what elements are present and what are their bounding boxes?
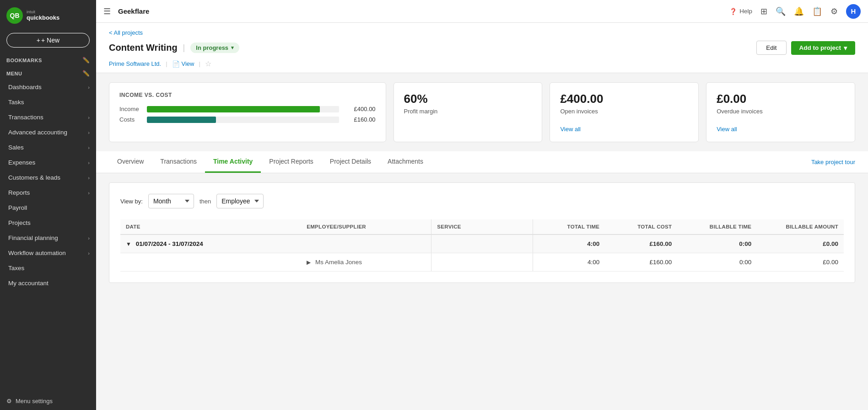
project-title-right: Edit Add to project ▾: [756, 41, 855, 55]
chevron-right-icon: ›: [88, 115, 90, 120]
cost-bar-container: [147, 117, 339, 123]
content-area: < All projects Content Writing | In prog…: [96, 23, 868, 410]
expand-icon[interactable]: ▶: [307, 259, 311, 266]
chevron-right-icon: ›: [88, 145, 90, 150]
cell-total-cost: £160.00: [605, 253, 677, 272]
overdue-invoices-label: Overdue invoices: [717, 108, 845, 115]
cell-billable-time: 0:00: [677, 234, 757, 253]
document-icon: 📄: [172, 60, 180, 68]
hamburger-icon[interactable]: ☰: [103, 6, 111, 16]
company-name: Geekflare: [118, 7, 724, 15]
take-project-tour-link[interactable]: Take project tour: [811, 159, 855, 165]
sidebar-item-expenses[interactable]: Expenses ›: [0, 155, 96, 170]
project-title-left: Content Writing | In progress ▾: [109, 43, 239, 53]
menu-settings[interactable]: ⚙ Menu settings: [0, 392, 96, 410]
tab-attachments[interactable]: Attachments: [379, 151, 431, 173]
bookmarks-section-header[interactable]: BOOKMARKS ✏️: [0, 53, 96, 66]
project-status-badge[interactable]: In progress ▾: [190, 43, 239, 53]
sidebar-item-workflow-automation[interactable]: Workflow automation ›: [0, 245, 96, 261]
quickbooks-logo-text: intuit quickbooks: [27, 10, 59, 21]
tab-time-activity[interactable]: Time Activity: [205, 151, 261, 173]
cell-employee-supplier: [301, 234, 431, 253]
user-avatar[interactable]: H: [846, 4, 861, 19]
sidebar-item-projects[interactable]: Projects: [0, 215, 96, 230]
edit-button[interactable]: Edit: [756, 41, 786, 55]
cell-billable-amount: £0.00: [757, 253, 844, 272]
chevron-right-icon: ›: [88, 175, 90, 181]
sidebar-item-my-accountant[interactable]: My accountant: [0, 276, 96, 291]
tab-overview[interactable]: Overview: [109, 151, 152, 173]
chart-title: INCOME VS. COST: [119, 92, 376, 98]
search-icon[interactable]: 🔍: [776, 6, 786, 16]
income-bar-container: [147, 106, 339, 112]
cell-service: [431, 253, 533, 272]
topnav-icons: ❓ Help ⊞ 🔍 🔔 📋 ⚙ H: [729, 4, 861, 19]
tab-transactions[interactable]: Transactions: [152, 151, 205, 173]
chevron-right-icon: ›: [88, 130, 90, 135]
project-header: < All projects Content Writing | In prog…: [96, 23, 868, 73]
sidebar-item-tasks[interactable]: Tasks: [0, 95, 96, 110]
add-to-project-button[interactable]: Add to project ▾: [791, 41, 856, 55]
sidebar-item-transactions[interactable]: Transactions ›: [0, 110, 96, 125]
project-client-link[interactable]: Prime Software Ltd.: [109, 60, 161, 67]
notifications-icon[interactable]: 🔔: [794, 6, 804, 16]
sidebar-item-reports[interactable]: Reports ›: [0, 185, 96, 200]
collapse-icon[interactable]: ▼: [126, 241, 131, 247]
col-employee-supplier: EMPLOYEE/SUPPLIER: [301, 219, 431, 234]
project-view-link[interactable]: 📄 View: [172, 60, 194, 68]
cell-total-cost: £160.00: [605, 234, 677, 253]
sidebar-item-sales[interactable]: Sales ›: [0, 140, 96, 155]
tabs-bar: Overview Transactions Time Activity Proj…: [96, 151, 868, 173]
top-navigation: ☰ Geekflare ❓ Help ⊞ 🔍 🔔 📋 ⚙ H: [96, 0, 868, 23]
table-row: ▶ Ms Amelia Jones 4:00 £160.00 0:00 £0.0…: [120, 253, 844, 272]
profit-margin-value: 60%: [404, 92, 532, 106]
chevron-right-icon: ›: [88, 85, 90, 90]
breadcrumb[interactable]: < All projects: [109, 29, 855, 36]
open-invoices-label: Open invoices: [560, 108, 688, 115]
table-header: DATE EMPLOYEE/SUPPLIER SERVICE TOTAL TIM…: [120, 219, 844, 234]
profit-margin-card: 60% Profit margin: [394, 82, 543, 142]
then-label: then: [199, 198, 211, 205]
settings-icon[interactable]: ⚙: [830, 6, 838, 16]
apps-icon[interactable]: ⊞: [760, 6, 767, 16]
clipboard-icon[interactable]: 📋: [812, 6, 822, 16]
cost-chart-row: Costs £160.00: [119, 116, 376, 123]
overdue-invoices-view-all[interactable]: View all: [717, 126, 737, 133]
chevron-down-icon: ▾: [844, 44, 847, 52]
tab-project-reports[interactable]: Project Reports: [261, 151, 321, 173]
income-chart-row: Income £400.00: [119, 106, 376, 112]
cell-total-time: 4:00: [533, 253, 605, 272]
group-by-select[interactable]: Employee Service: [216, 194, 264, 208]
col-billable-amount: BILLABLE AMOUNT: [757, 219, 844, 234]
overdue-invoices-value: £0.00: [717, 92, 845, 106]
income-bar: [147, 106, 320, 112]
income-vs-cost-card: INCOME VS. COST Income £400.00 Costs £16…: [109, 82, 386, 142]
help-button[interactable]: ❓ Help: [729, 8, 752, 15]
project-name: Content Writing: [109, 43, 178, 53]
new-button[interactable]: + + New: [6, 33, 90, 48]
chevron-right-icon: ›: [88, 160, 90, 165]
sidebar-item-advanced-accounting[interactable]: Advanced accounting ›: [0, 125, 96, 140]
sidebar-item-financial-planning[interactable]: Financial planning ›: [0, 230, 96, 245]
star-icon[interactable]: ☆: [205, 59, 211, 68]
help-icon: ❓: [729, 8, 737, 15]
tab-project-details[interactable]: Project Details: [322, 151, 379, 173]
chevron-right-icon: ›: [88, 235, 90, 241]
plus-icon: +: [37, 37, 40, 44]
sidebar-item-customers-leads[interactable]: Customers & leads ›: [0, 170, 96, 185]
bookmarks-edit-icon: ✏️: [82, 57, 90, 64]
sidebar-item-taxes[interactable]: Taxes: [0, 261, 96, 276]
project-title-row: Content Writing | In progress ▾ Edit Add…: [109, 41, 855, 55]
view-by-select[interactable]: Month Week Day: [148, 194, 194, 208]
overdue-invoices-card: £0.00 Overdue invoices View all: [706, 82, 855, 142]
main-content: ☰ Geekflare ❓ Help ⊞ 🔍 🔔 📋 ⚙ H < All pro…: [96, 0, 868, 410]
sidebar-item-payroll[interactable]: Payroll: [0, 200, 96, 215]
open-invoices-view-all[interactable]: View all: [560, 126, 581, 133]
col-total-cost: TOTAL COST: [605, 219, 677, 234]
cell-billable-time: 0:00: [677, 253, 757, 272]
profit-margin-label: Profit margin: [404, 108, 532, 115]
sidebar-item-dashboards[interactable]: Dashboards ›: [0, 80, 96, 95]
cell-service: [431, 234, 533, 253]
menu-section-header[interactable]: MENU ✏️: [0, 66, 96, 80]
time-activity-table: DATE EMPLOYEE/SUPPLIER SERVICE TOTAL TIM…: [120, 219, 844, 272]
